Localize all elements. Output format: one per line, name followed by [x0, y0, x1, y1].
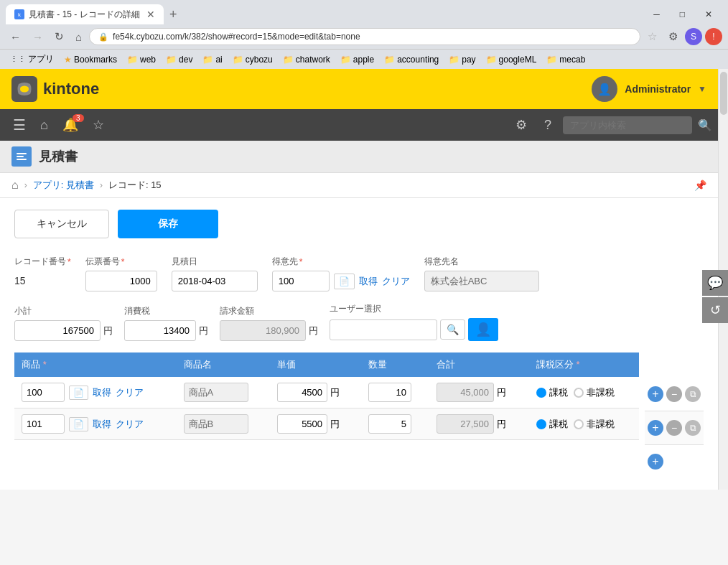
row-copy-button-1[interactable]: ⧉: [685, 386, 701, 402]
tax-input[interactable]: [124, 320, 196, 341]
bookmark-googleml[interactable]: 📁 googleML: [482, 53, 541, 66]
new-tab-button[interactable]: +: [164, 6, 183, 24]
total-field: 請求金額 円: [220, 305, 318, 341]
subtotal-input[interactable]: [14, 320, 101, 341]
user-add-button[interactable]: 👤: [468, 318, 498, 341]
kintone-header: kintone 👤 Administrator ▼: [0, 69, 718, 109]
customer-name-input[interactable]: [424, 271, 539, 291]
save-button[interactable]: 保存: [118, 210, 218, 238]
kintone-logo[interactable]: kintone: [11, 76, 99, 102]
folder-icon-accounting: 📁: [384, 55, 395, 65]
scrollbar-thumb[interactable]: [720, 72, 727, 115]
extensions-button[interactable]: ⚙: [664, 28, 682, 45]
notification-dot[interactable]: !: [705, 28, 722, 45]
star-button[interactable]: ☆: [643, 28, 661, 45]
settings-nav-button[interactable]: ⚙: [510, 114, 533, 136]
user-search-button[interactable]: 🔍: [440, 319, 465, 340]
user-select-field: ユーザー選択 🔍 👤: [330, 303, 498, 341]
bookmark-ai[interactable]: 📁 ai: [198, 53, 226, 66]
row-minus-button-2[interactable]: −: [666, 420, 682, 436]
notification-wrapper[interactable]: 🔔 3: [55, 113, 85, 137]
non-tax-radio-2[interactable]: 非課税: [574, 418, 615, 431]
clear-button-1[interactable]: クリア: [382, 275, 410, 288]
product-get-button-2[interactable]: 取得: [93, 418, 111, 431]
product-name-input-1[interactable]: [184, 383, 248, 402]
bookmark-accounting[interactable]: 📁 accounting: [380, 53, 443, 66]
bookmark-cybozu-label: cybozu: [246, 55, 273, 65]
home-button[interactable]: ⌂: [71, 29, 86, 45]
product-name-input-2[interactable]: [184, 414, 248, 434]
tab-close-icon[interactable]: ✕: [146, 9, 155, 20]
quantity-input-2[interactable]: [368, 414, 411, 434]
row-copy-button-2[interactable]: ⧉: [685, 420, 701, 436]
nav-search-button[interactable]: 🔍: [698, 118, 712, 132]
maximize-button[interactable]: □: [670, 6, 695, 22]
back-button[interactable]: ←: [6, 29, 25, 45]
history-sidebar-button[interactable]: ↺: [702, 297, 728, 323]
non-tax-radio-1[interactable]: 非課税: [574, 386, 615, 399]
bookmark-mecab[interactable]: 📁 mecab: [542, 53, 589, 66]
customer-id-label: 得意先 *: [272, 256, 410, 268]
product-code-input-1[interactable]: [22, 383, 65, 402]
forward-button[interactable]: →: [28, 29, 47, 45]
breadcrumb-app-link[interactable]: アプリ: 見積書: [33, 179, 94, 192]
product-doc-button-2[interactable]: 📄: [69, 417, 88, 431]
bookmark-apps[interactable]: ⋮⋮ アプリ: [6, 52, 58, 67]
row-add-button-1[interactable]: +: [648, 386, 663, 402]
product-get-button-1[interactable]: 取得: [93, 386, 111, 399]
doc-icon-button-1[interactable]: 📄: [334, 274, 355, 289]
folder-icon-pay: 📁: [449, 55, 459, 65]
hamburger-button[interactable]: ☰: [6, 112, 33, 138]
address-bar[interactable]: 🔒 fe54k.cybozu.com/k/382/show#record=15&…: [89, 28, 640, 45]
row-minus-button-1[interactable]: −: [666, 386, 682, 402]
tax-yen: 円: [199, 324, 208, 337]
tax-radio-1[interactable]: 課税: [536, 386, 568, 399]
estimate-date-input[interactable]: [172, 271, 258, 291]
product-code-input-2[interactable]: [22, 414, 65, 434]
unit-price-input-2[interactable]: [277, 414, 327, 434]
home-nav-button[interactable]: ⌂: [33, 113, 55, 137]
get-button-1[interactable]: 取得: [359, 275, 378, 288]
bookmark-bookmarks[interactable]: ★ Bookmarks: [60, 53, 121, 66]
bookmark-mecab-label: mecab: [559, 55, 585, 65]
bookmark-cybozu[interactable]: 📁 cybozu: [228, 53, 277, 66]
close-button[interactable]: ✕: [695, 6, 722, 22]
nav-search-input[interactable]: [563, 116, 692, 134]
bookmark-pay[interactable]: 📁 pay: [444, 53, 480, 66]
bookmark-chatwork[interactable]: 📁 chatwork: [279, 53, 335, 66]
quantity-input-1[interactable]: [368, 383, 411, 402]
dropdown-arrow-icon: ▼: [698, 84, 706, 94]
app-header-bar: 見積書: [0, 141, 718, 173]
breadcrumb-home-button[interactable]: ⌂: [11, 179, 19, 192]
refresh-button[interactable]: ↻: [50, 28, 68, 45]
bookmark-web[interactable]: 📁 web: [123, 53, 160, 66]
window-controls: ─ □ ✕: [643, 6, 722, 22]
breadcrumb-separator-2: ›: [100, 180, 103, 190]
bookmark-dev[interactable]: 📁 dev: [162, 53, 197, 66]
comment-sidebar-button[interactable]: 💬: [702, 270, 728, 296]
product-clear-button-2[interactable]: クリア: [116, 418, 144, 431]
user-profile-icon[interactable]: S: [685, 28, 702, 45]
favorites-button[interactable]: ☆: [85, 113, 111, 137]
table-section: 商品 * 商品名 単価 数量 合計 課税区分 *: [14, 352, 704, 478]
bookmark-apple[interactable]: 📁 apple: [336, 53, 378, 66]
tax-radio-2[interactable]: 課税: [536, 418, 568, 431]
unit-price-input-1[interactable]: [277, 383, 327, 402]
header-user-area[interactable]: 👤 Administrator ▼: [592, 76, 706, 102]
product-clear-button-1[interactable]: クリア: [116, 386, 144, 399]
browser-tab[interactable]: k 見積書 - 15 - レコードの詳細 ✕: [6, 4, 164, 24]
row-add-button-2[interactable]: +: [648, 420, 663, 436]
pin-icon[interactable]: 📌: [694, 179, 706, 191]
customer-id-input[interactable]: [272, 271, 330, 291]
bookmark-apps-label: アプリ: [28, 53, 54, 65]
cancel-button[interactable]: キャンセル: [14, 210, 109, 238]
help-nav-button[interactable]: ?: [538, 115, 557, 136]
bookmark-googleml-label: googleML: [499, 55, 537, 65]
user-select-input[interactable]: [330, 319, 437, 340]
required-star-2: *: [121, 257, 125, 267]
invoice-number-input[interactable]: [85, 271, 157, 291]
row-add-button-3[interactable]: +: [648, 454, 663, 470]
minimize-button[interactable]: ─: [643, 6, 670, 22]
product-doc-button-1[interactable]: 📄: [69, 386, 88, 400]
action-buttons: キャンセル 保存: [14, 210, 704, 238]
